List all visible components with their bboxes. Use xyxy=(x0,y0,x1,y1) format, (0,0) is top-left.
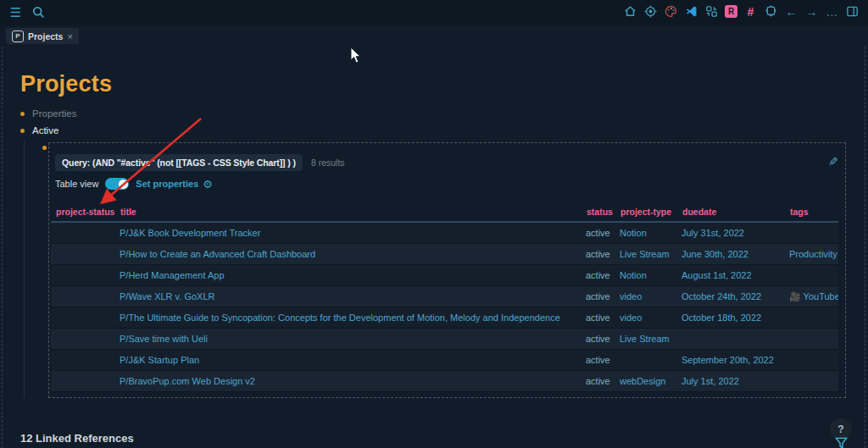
cell-tags-link[interactable] xyxy=(789,265,838,286)
cell-duedate-link[interactable]: July 31st, 2022 xyxy=(682,222,789,244)
cell-project-type-link[interactable]: Notion xyxy=(620,265,682,286)
cell-project-status xyxy=(51,350,120,371)
cell-duedate-link[interactable]: September 20th, 2022 xyxy=(682,350,789,371)
home-icon[interactable] xyxy=(623,4,637,19)
column-header-title[interactable]: title xyxy=(120,202,586,222)
cell-status: active xyxy=(586,329,620,350)
cell-title-link[interactable]: P/J&K Book Development Tracker xyxy=(120,222,586,244)
workspace-switcher-icon[interactable] xyxy=(704,4,719,19)
outline-label: Properties xyxy=(32,108,76,119)
cell-status: active xyxy=(586,307,620,329)
tab-label: Projects xyxy=(28,31,63,41)
theme-palette-icon[interactable] xyxy=(664,4,678,19)
cell-title-link[interactable]: P/BravoPup.com Web Design v2 xyxy=(120,371,586,392)
cell-project-status xyxy=(51,371,120,392)
bullet-icon[interactable] xyxy=(20,129,25,133)
readwise-icon[interactable]: R xyxy=(725,5,737,18)
outline-thread-line xyxy=(24,141,25,398)
set-properties-button[interactable]: Set properties ⚙ xyxy=(136,179,213,190)
cell-tags-link[interactable] xyxy=(789,329,838,350)
cell-duedate-link[interactable]: July 1st, 2022 xyxy=(682,371,789,392)
outline-item-active[interactable]: Active xyxy=(20,125,58,136)
cell-project-type-link[interactable]: webDesign xyxy=(620,371,682,392)
pane-right-border xyxy=(865,47,865,448)
cell-project-type-link[interactable]: Live Stream xyxy=(620,244,682,265)
cell-project-status xyxy=(51,244,120,265)
cell-tags-link[interactable] xyxy=(789,371,838,392)
tab-bar: P Projects × xyxy=(0,25,868,46)
projects-table-body: P/J&K Book Development Tracker active No… xyxy=(51,222,838,392)
outline-item-properties[interactable]: Properties xyxy=(20,108,76,119)
linked-references-heading[interactable]: 12 Linked References xyxy=(20,432,134,445)
cell-duedate-link[interactable]: October 18th, 2022 xyxy=(682,307,789,329)
cell-title-link[interactable]: P/Save time with Ueli xyxy=(120,329,586,350)
focus-target-icon[interactable] xyxy=(643,4,658,19)
bullet-icon[interactable] xyxy=(20,112,25,116)
cell-project-type-link[interactable]: Notion xyxy=(620,222,682,244)
forward-icon[interactable]: → xyxy=(804,4,819,19)
cell-title-link[interactable]: P/The Ultimate Guide to Syncopation: Con… xyxy=(120,307,586,329)
query-block: Query: (AND "#active" (not [[TAGS - CSS … xyxy=(48,142,846,398)
cell-duedate-link[interactable]: August 1st, 2022 xyxy=(682,265,789,286)
cell-title-link[interactable]: P/Wave XLR v. GoXLR xyxy=(120,286,586,307)
cell-project-type-link[interactable]: video xyxy=(620,307,682,329)
cell-status: active xyxy=(586,265,620,286)
table-row: P/J&K Book Development Tracker active No… xyxy=(51,222,838,244)
cell-duedate-link[interactable]: October 24th, 2022 xyxy=(682,286,789,307)
page-title: Projects xyxy=(20,71,112,97)
plugins-puzzle-icon[interactable] xyxy=(764,4,778,19)
cell-tags-link[interactable]: Productivity xyxy=(789,244,838,265)
top-bar: ☰ xyxy=(0,0,868,25)
mouse-cursor xyxy=(350,47,364,65)
cell-title-link[interactable]: P/How to Create an Advanced Craft Dashbo… xyxy=(120,244,586,265)
query-bullet-icon[interactable] xyxy=(42,146,47,150)
cell-tags-link[interactable] xyxy=(789,222,838,244)
cell-duedate-link[interactable] xyxy=(682,329,789,350)
cell-project-status xyxy=(51,222,120,244)
page-icon: P xyxy=(12,30,24,42)
more-options-icon[interactable]: … xyxy=(825,4,839,19)
hashtag-icon[interactable]: # xyxy=(743,4,758,19)
column-header-status[interactable]: status xyxy=(586,202,620,222)
query-results-count: 8 results xyxy=(311,158,345,168)
column-header-project-status[interactable]: project-status xyxy=(51,202,120,222)
cell-tags-link[interactable]: 🎥 YouTube xyxy=(789,286,838,307)
cell-duedate-link[interactable]: June 30th, 2022 xyxy=(682,244,789,265)
cell-title-link[interactable]: P/J&K Startup Plan xyxy=(120,350,586,371)
cell-status: active xyxy=(586,286,620,307)
tab-projects[interactable]: P Projects × xyxy=(6,28,79,44)
menu-icon[interactable]: ☰ xyxy=(8,5,23,19)
cell-project-type-link[interactable]: Live Stream xyxy=(620,329,682,350)
table-view-toggle[interactable] xyxy=(105,178,129,190)
cell-status: active xyxy=(586,222,620,244)
cell-tags-link[interactable] xyxy=(789,307,838,329)
tab-close-icon[interactable]: × xyxy=(67,31,72,41)
table-view-label: Table view xyxy=(55,179,98,189)
column-header-tags[interactable]: tags xyxy=(789,202,838,222)
cell-status: active xyxy=(586,244,620,265)
table-row: P/The Ultimate Guide to Syncopation: Con… xyxy=(51,307,838,329)
cell-project-type-link[interactable] xyxy=(620,350,682,371)
table-row: P/Herd Management App active Notion Augu… xyxy=(51,265,838,286)
cell-title-link[interactable]: P/Herd Management App xyxy=(120,265,586,286)
back-icon[interactable]: ← xyxy=(784,4,798,19)
right-sidebar-toggle-icon[interactable] xyxy=(845,4,860,19)
cell-project-status xyxy=(51,307,120,329)
column-header-duedate[interactable]: duedate xyxy=(682,202,789,222)
table-header-row: project-status title status project-type… xyxy=(51,202,838,222)
query-text[interactable]: Query: (AND "#active" (not [[TAGS - CSS … xyxy=(55,154,303,171)
pane-left-border xyxy=(2,47,3,448)
cell-project-status xyxy=(51,265,120,286)
edit-query-icon[interactable]: ✎ xyxy=(828,155,838,169)
cell-project-status xyxy=(51,286,120,307)
filter-icon[interactable] xyxy=(834,436,849,448)
cell-status: active xyxy=(586,350,620,371)
toggle-knob xyxy=(119,180,128,189)
vscode-icon[interactable] xyxy=(684,4,698,19)
column-header-project-type[interactable]: project-type xyxy=(620,202,682,222)
gear-icon: ⚙ xyxy=(203,179,213,190)
search-icon[interactable] xyxy=(31,5,46,19)
cell-project-type-link[interactable]: video xyxy=(620,286,682,307)
cell-tags-link[interactable] xyxy=(789,350,838,371)
query-results-table: project-status title status project-type… xyxy=(51,202,838,392)
